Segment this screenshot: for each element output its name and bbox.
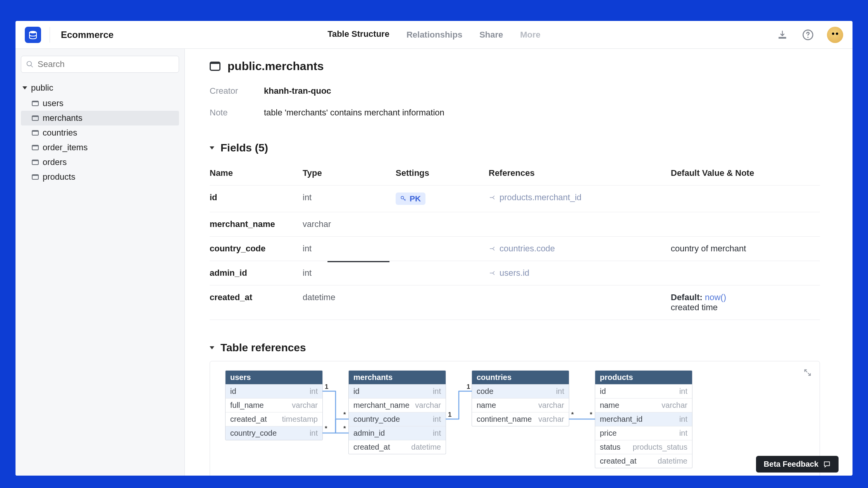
entity-row: idint [226,384,322,398]
tab-share[interactable]: Share [479,21,503,262]
help-button[interactable] [801,28,815,41]
schema-node[interactable]: public [21,81,179,95]
table-icon [32,115,39,121]
table-label: products [43,172,75,182]
table-label: countries [43,128,77,138]
table-icon [32,145,39,150]
database-icon [28,30,38,40]
default-label: Default: [671,292,705,302]
feedback-label: Beta Feedback [764,460,818,469]
entity-products[interactable]: productsidintnamevarcharmerchant_idintpr… [595,371,692,468]
tab-table-structure[interactable]: Table Structure [327,21,389,262]
table-label: merchants [43,113,83,123]
entity-row: created_attimestamp [226,412,322,426]
entity-merchants[interactable]: merchantsidintmerchant_namevarcharcountr… [349,371,446,454]
entity-header: products [595,371,692,384]
main-tabs: Table Structure Relationships Share More [327,21,541,262]
app-window: Ecommerce Table Structure Relationships … [16,21,852,476]
entity-row: merchant_idint [595,412,692,426]
col-default: Default Value & Note [671,168,820,178]
feedback-button[interactable]: Beta Feedback [756,456,839,473]
schema-name: public [31,83,53,93]
field-default-note [671,192,820,205]
search-box[interactable] [21,56,179,73]
download-button[interactable] [776,28,789,41]
fields-heading: Fields (5) [220,142,268,154]
svg-text:1: 1 [325,383,328,390]
entity-row: namevarchar [595,398,692,412]
search-input[interactable] [38,59,174,69]
chat-icon [823,461,831,468]
creator-value: khanh-tran-quoc [264,86,331,96]
table-label: users [43,98,64,108]
entity-row: merchant_namevarchar [349,398,446,412]
entity-row: codeint [472,384,569,398]
entity-row: namevarchar [472,398,569,412]
entity-users[interactable]: usersidintfull_namevarcharcreated_attime… [226,371,322,440]
entity-row: country_codeint [226,426,322,440]
svg-text:1: 1 [448,411,451,418]
help-icon [802,29,814,41]
entity-countries[interactable]: countriescodeintnamevarcharcontinent_nam… [472,371,569,426]
fork-icon [489,270,496,277]
entity-row: created_atdatetime [595,454,692,468]
table-icon [32,160,39,165]
table-icon [32,130,39,136]
entity-row: idint [595,384,692,398]
svg-text:*: * [343,411,346,418]
field-name: merchant_name [210,219,303,229]
entity-header: users [226,371,322,384]
entity-row: country_codeint [349,412,446,426]
refs-heading: Table references [220,342,306,354]
table-label: order_items [43,143,88,153]
field-default-note [671,268,820,278]
svg-text:1: 1 [467,383,470,390]
field-name: admin_id [210,268,303,278]
col-name: Name [210,168,303,178]
table-list: usersmerchantscountriesorder_itemsorders… [21,96,179,184]
svg-text:*: * [343,425,346,432]
field-note: country of merchant [671,244,746,253]
project-name[interactable]: Ecommerce [61,29,114,40]
sidebar-table-countries[interactable]: countries [21,125,179,140]
download-icon [777,30,787,40]
sidebar-table-order_items[interactable]: order_items [21,140,179,155]
creator-label: Creator [210,86,241,96]
field-default-note: Default: now()created time [671,292,820,313]
expand-button[interactable] [803,368,812,379]
caret-down-icon [210,146,214,149]
sidebar-table-users[interactable]: users [21,96,179,111]
sidebar: public usersmerchantscountriesorder_item… [16,49,185,476]
note-label: Note [210,108,241,118]
tab-more[interactable]: More [520,21,541,262]
sidebar-table-merchants[interactable]: merchants [21,111,179,125]
entity-header: merchants [349,371,446,384]
er-diagram[interactable]: 1***11** usersidintfull_namevarcharcreat… [226,371,804,468]
field-note: created time [671,302,718,312]
field-name: country_code [210,244,303,254]
sidebar-table-orders[interactable]: orders [21,155,179,170]
field-row[interactable]: admin_idintusers.id [210,261,820,285]
table-icon [32,101,39,106]
divider [50,27,50,43]
svg-text:*: * [325,425,327,432]
svg-point-3 [27,62,32,66]
reference-link[interactable]: users.id [489,268,671,278]
user-avatar[interactable] [827,27,843,43]
field-name: created_at [210,292,303,313]
topbar: Ecommerce Table Structure Relationships … [16,21,852,49]
field-settings [396,292,489,313]
field-row[interactable]: created_atdatetimeDefault: now()created … [210,285,820,320]
diagram-container: 1***11** usersidintfull_namevarcharcreat… [210,361,820,476]
app-logo[interactable] [25,27,41,43]
entity-header: countries [472,371,569,384]
entity-row: full_namevarchar [226,398,322,412]
entity-row: created_atdatetime [349,440,446,454]
expand-icon [803,368,812,377]
field-reference [489,292,671,313]
default-value: now() [705,292,726,302]
refs-section-header[interactable]: Table references [210,342,820,354]
sidebar-table-products[interactable]: products [21,170,179,184]
tab-relationships[interactable]: Relationships [406,21,462,262]
table-icon [210,62,220,71]
